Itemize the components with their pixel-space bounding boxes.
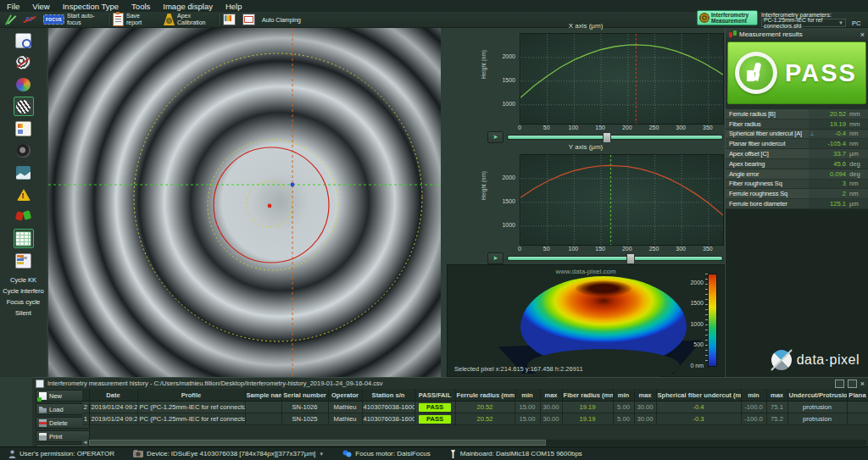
x-cursor-tool-button[interactable]: ➤ xyxy=(487,131,504,143)
cycle-button-cycle-interfero[interactable]: Cycle interfero xyxy=(3,287,43,295)
save-report-button[interactable]: Save report xyxy=(113,13,157,26)
menu-view[interactable]: View xyxy=(32,2,49,11)
device-dropdown-icon[interactable]: ▼ xyxy=(319,452,324,457)
colorbar-tick: 0 nm xyxy=(690,363,704,369)
history-col-header[interactable]: Plana xyxy=(847,389,868,402)
auto-clamping-label: Auto Clamping xyxy=(262,17,301,23)
parameters-dropdown[interactable]: PC-1.25mm-IEC for ref connectors.sfd ▼ xyxy=(761,19,846,27)
result-value: 20.52 xyxy=(815,110,846,118)
autofocus-off-button[interactable]: AF xyxy=(23,14,36,25)
apex-calibration-button[interactable]: Apex Calibration xyxy=(164,13,208,26)
history-row[interactable]: 12019/01/24 09:25:00PC (PC-1.25mm-IEC fo… xyxy=(82,413,868,425)
history-col-header[interactable]: Sample name xyxy=(245,389,281,402)
menu-file[interactable]: File xyxy=(7,2,19,11)
result-unit: mm xyxy=(846,120,868,128)
sidebar-item-results-table[interactable] xyxy=(14,229,34,248)
sidebar-item-history-table[interactable] xyxy=(14,251,34,270)
interferogram-overlay xyxy=(48,28,441,377)
sidebar-item-warnings[interactable] xyxy=(14,185,34,204)
brand-logo-block: data·pixel xyxy=(771,350,860,370)
history-col-header[interactable]: Ferrule radius (mm) xyxy=(455,389,515,402)
result-unit: nm xyxy=(846,190,868,197)
x-tick-label: 200 xyxy=(622,125,632,130)
history-col-header[interactable]: Fiber radius (mm) xyxy=(562,389,613,402)
report-icon xyxy=(15,121,31,136)
cycle-button-focus-cycle[interactable]: Focus cycle xyxy=(7,298,41,306)
cycle-button-silent[interactable]: Silent xyxy=(15,309,31,317)
display-mode-button[interactable] xyxy=(223,14,236,25)
status-device[interactable]: Device: IDSuEye 4103076038 [784x784px][3… xyxy=(133,450,324,457)
sidebar-item-fringes-view[interactable] xyxy=(14,97,34,116)
close-history-icon[interactable]: × xyxy=(860,380,865,387)
sidebar-item-report[interactable] xyxy=(14,119,34,138)
menu-help[interactable]: Help xyxy=(225,2,242,11)
button-label: Print xyxy=(49,433,62,441)
mainboard-text: Mainboard: DaisiMic18 COM15 9600bps xyxy=(460,450,582,457)
auto-clamping-button[interactable]: Auto Clamping xyxy=(262,17,301,23)
history-col-header[interactable]: max xyxy=(540,389,562,402)
menu-image-display[interactable]: Image display xyxy=(163,2,213,11)
history-col-header[interactable]: Spherical fiber undercut (nm) xyxy=(656,389,741,402)
history-cell: SN-1026 xyxy=(281,402,328,413)
history-col-header[interactable]: PASS/FAIL xyxy=(415,389,455,402)
history-col-header[interactable]: Operator xyxy=(328,389,362,402)
measure-tool-button[interactable] xyxy=(3,14,16,26)
result-label: Planar fiber undercut xyxy=(726,139,809,148)
history-cell: 1 xyxy=(82,413,89,425)
report-window-button[interactable] xyxy=(242,14,255,25)
history-row[interactable]: 22019/01/24 09:25:14PC (PC-1.25mm-IEC fo… xyxy=(82,402,868,413)
result-value: -105.4 xyxy=(815,140,846,147)
surface-3d-view[interactable]: www.data-pixel.com 2000150010005000 nm S… xyxy=(447,264,725,377)
history-col-header[interactable]: Profile xyxy=(137,389,245,402)
y-slider-handle[interactable] xyxy=(626,253,635,264)
colorbar-labels: 2000150010005000 nm xyxy=(678,274,704,365)
x-tick-label: 100 xyxy=(569,125,579,130)
history-col-header[interactable]: max xyxy=(634,389,656,402)
result-unit: µm xyxy=(846,150,868,158)
results-table: Ferrule radius [B]20.52mmFiber radius19.… xyxy=(726,109,868,209)
sidebar-item-image-inspect[interactable] xyxy=(14,30,34,50)
sidebar-item-fringes-off[interactable] xyxy=(14,53,34,72)
result-row: Ferrule roughness Sq2nm xyxy=(726,189,868,199)
y-profile-plot[interactable] xyxy=(520,154,724,246)
sidebar-item-phase-map[interactable] xyxy=(14,75,34,94)
scrollbar-thumb[interactable] xyxy=(89,440,546,446)
cycle-button-cycle-kk[interactable]: Cycle KK xyxy=(10,276,36,284)
results-title: Measurement results xyxy=(739,30,858,38)
scroll-left-icon[interactable]: ◄ xyxy=(82,440,88,446)
menu-tools[interactable]: Tools xyxy=(131,2,150,11)
y-cursor-tool-button[interactable]: ➤ xyxy=(487,252,504,264)
x-profile-plot[interactable] xyxy=(520,33,724,125)
result-unit: deg xyxy=(846,160,868,168)
sidebar-item-camera-view[interactable] xyxy=(14,141,34,160)
history-col-header[interactable]: min xyxy=(741,389,766,402)
start-autofocus-button[interactable]: FOCUS Start auto-focus xyxy=(43,13,97,26)
result-value: 125.1 xyxy=(815,200,846,208)
history-col-header[interactable]: Serial number xyxy=(281,389,328,402)
sidebar-item-profile-chart[interactable] xyxy=(14,163,34,182)
history-col-header[interactable]: min xyxy=(515,389,540,402)
pin-icon[interactable] xyxy=(835,380,844,388)
history-cell: 15.00 xyxy=(515,413,540,425)
interferogram-view[interactable] xyxy=(48,28,441,377)
history-col-header[interactable]: Date xyxy=(89,389,137,402)
history-hscrollbar[interactable]: ◄ xyxy=(82,440,866,446)
x-cursor-slider[interactable] xyxy=(508,136,722,139)
history-cell: 30.00 xyxy=(634,413,656,425)
restore-window-icon[interactable] xyxy=(848,380,857,388)
y-cursor-slider[interactable] xyxy=(508,257,722,260)
close-icon[interactable]: × xyxy=(860,30,865,39)
history-cell: 30.00 xyxy=(540,413,562,425)
colorbar-tick: 1000 xyxy=(690,320,704,326)
results-footer: data·pixel xyxy=(726,209,868,377)
pass-text: PASS xyxy=(785,59,857,87)
result-row: Ferrule radius [B]20.52mm xyxy=(726,109,868,119)
history-col-header[interactable]: Station s/n xyxy=(362,389,415,402)
history-col-header[interactable]: Undercut/Protrusion xyxy=(787,389,847,402)
history-col-header[interactable]: min xyxy=(613,389,634,402)
history-col-header[interactable] xyxy=(82,389,89,402)
history-col-header[interactable]: max xyxy=(766,389,787,402)
sidebar-item-passfail[interactable] xyxy=(14,207,34,226)
interferometry-app: FileViewInspection TypeToolsImage displa… xyxy=(0,0,868,460)
menu-inspection-type[interactable]: Inspection Type xyxy=(63,2,119,11)
